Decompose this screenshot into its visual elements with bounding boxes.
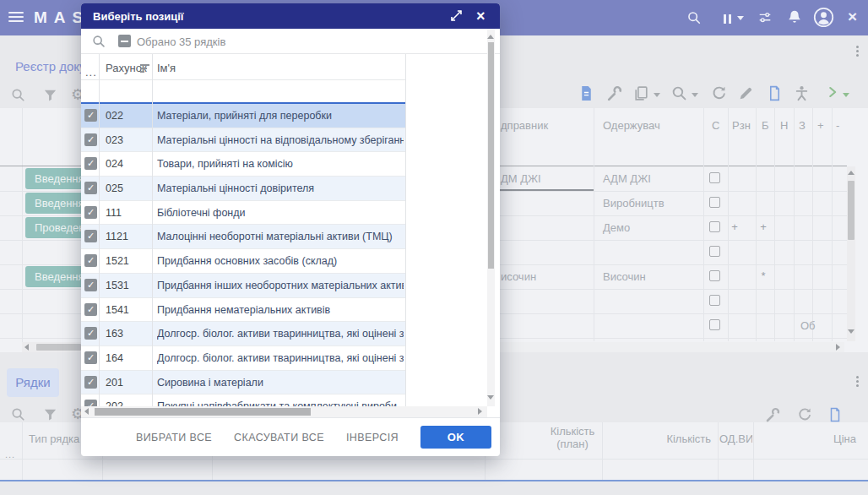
checkbox-checked-icon[interactable]: ✓: [84, 351, 97, 364]
registry-hscrollbar[interactable]: [22, 342, 81, 352]
list-item[interactable]: ✓1531Придбання інших необоротних матеріа…: [81, 274, 405, 298]
grid-search-icon[interactable]: [670, 84, 691, 105]
expand-dialog-icon[interactable]: [449, 8, 464, 26]
scroll-thumb[interactable]: [36, 344, 81, 351]
checkbox-checked-icon[interactable]: ✓: [84, 230, 97, 242]
table-row[interactable]: Введення: [0, 191, 81, 215]
pause-icon[interactable]: [724, 12, 734, 27]
global-search-icon[interactable]: [686, 10, 702, 29]
close-dialog-icon[interactable]: ×: [476, 8, 486, 25]
column-header-name[interactable]: Ім'я: [157, 62, 176, 74]
table-row[interactable]: исочинВисочин*: [490, 264, 847, 289]
checkbox-checked-icon[interactable]: ✓: [84, 109, 97, 122]
edit-pencil-icon[interactable]: [737, 84, 757, 105]
scroll-thumb[interactable]: [848, 181, 854, 240]
checkbox-unchecked[interactable]: [709, 197, 720, 208]
list-item[interactable]: ✓201Сировина і матеріали: [81, 371, 405, 395]
person-icon[interactable]: [793, 84, 813, 105]
new-document-icon[interactable]: [766, 84, 786, 105]
rows-tab[interactable]: Рядки: [7, 368, 59, 397]
clear-all-button[interactable]: СКАСУВАТИ ВСЕ: [234, 432, 324, 443]
checkbox-checked-icon[interactable]: ✓: [84, 376, 97, 389]
dialog-search-icon[interactable]: [91, 34, 106, 52]
list-item[interactable]: ✓025Матеріальні цінності довірителя: [81, 177, 405, 201]
list-item[interactable]: ✓163Долгоср. біолог. активи тваринництва…: [81, 322, 405, 346]
dialog-hscrollbar[interactable]: [81, 406, 487, 417]
pause-dropdown-caret[interactable]: [737, 16, 744, 20]
list-item[interactable]: ✓022Матеріали, прийняті для переробки: [81, 104, 405, 128]
checkbox-checked-icon[interactable]: ✓: [84, 254, 97, 267]
checkbox-checked-icon[interactable]: ✓: [84, 157, 97, 170]
select-all-button[interactable]: ВИБРАТИ ВСЕ: [136, 432, 212, 443]
list-item[interactable]: ✓202Покупні напівфабрикати та комплектую…: [81, 394, 405, 406]
checkbox-checked-icon[interactable]: ✓: [84, 327, 97, 340]
dialog-filter-row[interactable]: [81, 80, 405, 104]
checkbox-checked-icon[interactable]: ✓: [84, 133, 97, 146]
registry-search-icon[interactable]: [10, 87, 26, 106]
checkbox-checked-icon[interactable]: ✓: [84, 400, 97, 406]
scroll-thumb[interactable]: [95, 408, 311, 416]
checkbox-unchecked[interactable]: [709, 246, 720, 257]
table-row[interactable]: [490, 240, 847, 264]
close-app-icon[interactable]: ×: [848, 8, 857, 24]
table-row[interactable]: Об: [490, 313, 847, 338]
scroll-right-arrow[interactable]: [836, 344, 840, 351]
document-filled-icon[interactable]: [578, 84, 598, 105]
checkbox-unchecked[interactable]: [709, 319, 720, 330]
scroll-right-arrow[interactable]: [478, 408, 482, 415]
scroll-down-arrow[interactable]: [487, 395, 494, 400]
notifications-bell-icon[interactable]: [786, 8, 803, 29]
invert-selection-button[interactable]: ІНВЕРСІЯ: [346, 432, 399, 443]
list-item[interactable]: ✓023Матеріальні цінності на відповідальн…: [81, 128, 405, 153]
refresh-icon[interactable]: [710, 84, 730, 105]
table-row[interactable]: [490, 289, 847, 313]
table-row[interactable]: [0, 289, 81, 313]
checkbox-checked-icon[interactable]: ✓: [84, 206, 97, 219]
menu-icon[interactable]: [8, 12, 24, 24]
checkbox-checked-icon[interactable]: ✓: [84, 303, 97, 316]
list-item[interactable]: ✓1121Малоцінні необоротні матеріальні ак…: [81, 225, 405, 249]
table-row[interactable]: Проведено: [0, 215, 81, 240]
table-row[interactable]: Виробництв: [490, 191, 847, 215]
select-all-indeterminate-checkbox[interactable]: [118, 35, 131, 47]
table-row[interactable]: Демо++: [490, 215, 847, 240]
list-item[interactable]: ✓1521Придбання основних засобів (склад): [81, 249, 405, 274]
chevron-dropdown-caret[interactable]: [843, 93, 849, 97]
checkbox-unchecked[interactable]: [709, 172, 720, 183]
checkbox-unchecked[interactable]: [709, 270, 720, 281]
list-item[interactable]: ✓024Товари, прийняті на комісію: [81, 152, 405, 177]
scroll-up-arrow[interactable]: [848, 171, 854, 175]
tune-icon[interactable]: [757, 10, 773, 29]
checkbox-unchecked[interactable]: [709, 221, 720, 232]
scroll-thumb[interactable]: [488, 42, 494, 269]
checkbox-checked-icon[interactable]: ✓: [84, 279, 97, 291]
scroll-down-arrow[interactable]: [848, 329, 854, 334]
checkbox-unchecked[interactable]: [709, 295, 720, 306]
user-avatar-icon[interactable]: [813, 7, 834, 31]
wrench-icon[interactable]: [605, 84, 626, 105]
scroll-left-arrow[interactable]: [24, 344, 29, 351]
documents-hscrollbar[interactable]: [500, 342, 844, 352]
list-item[interactable]: ✓1541Придбання нематеріальних активів: [81, 298, 405, 323]
search-dropdown-caret[interactable]: [692, 93, 698, 97]
table-row[interactable]: [0, 313, 81, 338]
sort-icon[interactable]: [140, 64, 149, 74]
table-row[interactable]: [0, 240, 81, 264]
rows-kebab-menu-icon[interactable]: [853, 374, 861, 389]
dialog-vscrollbar[interactable]: [487, 29, 495, 406]
ok-button[interactable]: OK: [420, 426, 491, 449]
checkbox-checked-icon[interactable]: ✓: [84, 182, 97, 194]
registry-filter-icon[interactable]: [42, 87, 58, 106]
scroll-up-arrow[interactable]: [487, 35, 494, 39]
copy-dropdown-caret[interactable]: [654, 93, 660, 97]
list-item[interactable]: ✓164Долгоср. біолог. активи тваринництва…: [81, 346, 405, 371]
list-item[interactable]: ✓111Бібліотечні фонди: [81, 201, 405, 226]
table-row[interactable]: Введення: [0, 166, 81, 191]
documents-vscrollbar[interactable]: [847, 166, 855, 341]
table-row[interactable]: Введення: [0, 264, 81, 289]
table-row[interactable]: ДМ ДЖІАДМ ДЖІ: [490, 166, 847, 191]
rzn-mark: +: [729, 220, 741, 233]
documents-kebab-menu-icon[interactable]: [853, 44, 861, 58]
scroll-left-arrow[interactable]: [84, 408, 89, 415]
copy-pages-icon[interactable]: [632, 84, 653, 105]
